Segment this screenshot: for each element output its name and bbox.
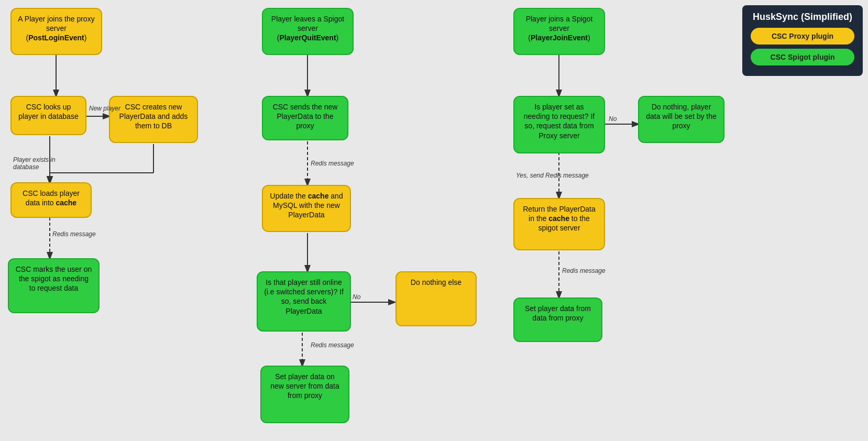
col2-node3: Update the cache and MySQL with the new … bbox=[262, 185, 351, 232]
col1-exists-label: Player exists indatabase bbox=[13, 156, 56, 171]
col3-redis-label2: Redis message bbox=[562, 267, 606, 274]
col2-node4: Is that player still online (i.e switche… bbox=[257, 271, 351, 332]
col3-no-label: No bbox=[609, 115, 617, 123]
col2-no-label: No bbox=[353, 293, 360, 301]
col1-node3: CSC creates new PlayerData and adds them… bbox=[109, 96, 198, 143]
col2-node1: Player leaves a Spigot server(PlayerQuit… bbox=[262, 8, 354, 55]
arrows-svg bbox=[0, 0, 868, 441]
diagram-container: HuskSync (Simplified) CSC Proxy plugin C… bbox=[0, 0, 868, 441]
col3-node2: Is player set as needing to request? If … bbox=[513, 96, 605, 153]
col2-redis-label1: Redis message bbox=[311, 160, 354, 167]
col2-node5: Do nothing else bbox=[395, 271, 477, 326]
col3-node4: Return the PlayerData in the cache to th… bbox=[513, 198, 605, 250]
col1-new-player-label: New player bbox=[89, 105, 120, 112]
col3-node1: Player joins a Spigot server(PlayerJoinE… bbox=[513, 8, 605, 55]
col3-node5: Set player data from data from proxy bbox=[513, 297, 602, 342]
col3-redis-label1: Yes, send Redis message bbox=[516, 172, 589, 179]
legend-spigot: CSC Spigot plugin bbox=[751, 49, 854, 65]
legend-title: HuskSync (Simplified) bbox=[751, 12, 854, 23]
col1-redis-label: Redis message bbox=[52, 230, 96, 238]
col2-node6: Set player data on new server from data … bbox=[260, 366, 349, 423]
col2-node2: CSC sends the new PlayerData to the prox… bbox=[262, 96, 348, 140]
col1-node1: A Player joins the proxy server(PostLogi… bbox=[10, 8, 102, 55]
legend: HuskSync (Simplified) CSC Proxy plugin C… bbox=[742, 5, 863, 76]
col3-node3: Do nothing, player data will be set by t… bbox=[638, 96, 724, 143]
col1-node2: CSC looks up player in database bbox=[10, 96, 86, 135]
col2-redis-label2: Redis message bbox=[311, 341, 354, 349]
col1-node5: CSC marks the user on the spigot as need… bbox=[8, 258, 100, 313]
legend-proxy: CSC Proxy plugin bbox=[751, 28, 854, 45]
col1-node4: CSC loads player data into cache bbox=[10, 182, 92, 218]
